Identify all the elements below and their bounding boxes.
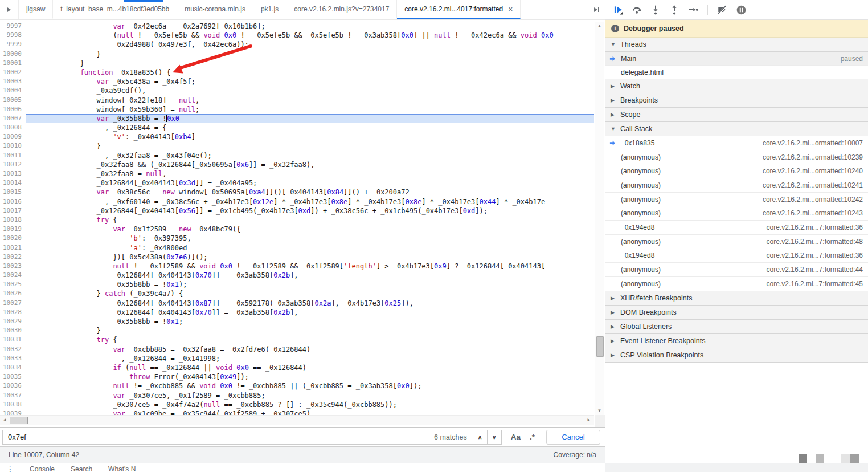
next-match-button[interactable]: ∨ — [488, 430, 502, 445]
line-number[interactable]: 10022 — [0, 253, 26, 262]
call-stack-frame[interactable]: _0x194ed8core.v2.16.2.mi...7:formatted:3… — [605, 249, 868, 263]
line-number[interactable]: 10030 — [0, 326, 26, 335]
tab-t-layout-base-m-4b18cdf3ed05bb[interactable]: t_layout_base_m...4b18cdf3ed05bb — [53, 0, 177, 19]
vertical-scrollbar[interactable]: ▲ ▼ — [595, 22, 604, 415]
regex-toggle[interactable]: .* — [530, 433, 535, 441]
horizontal-scroll-thumb[interactable] — [10, 417, 28, 424]
tab-pk1-js[interactable]: pk1.js — [253, 0, 286, 19]
step-button[interactable] — [687, 4, 699, 15]
drawer-menu-icon[interactable]: ⋮ — [7, 465, 14, 472]
code-line[interactable]: 9997var _0x42ec6a = _0x2a7692[_0x10b1b6]… — [0, 22, 594, 31]
call-stack-frame[interactable]: (anonymous)core.v2.16.2.mi...ormatted:10… — [605, 150, 868, 165]
line-number[interactable]: 10013 — [0, 169, 26, 178]
code-line[interactable]: 10024_0x126844[_0x404143[0x70]] = _0x3ab… — [0, 271, 594, 280]
code-line[interactable]: 10036null != _0xcbb885 && void 0x0 != _0… — [0, 381, 594, 390]
close-tab-icon[interactable]: × — [508, 5, 513, 13]
code-line[interactable]: 10001} — [0, 59, 594, 68]
line-number[interactable]: 10020 — [0, 234, 26, 243]
find-input-wrap[interactable]: 6 matches — [2, 430, 473, 445]
line-number[interactable]: 10008 — [0, 123, 26, 132]
code-line[interactable]: 10023null != _0x1f2589 && void 0x0 != _0… — [0, 262, 594, 271]
line-number[interactable]: 9999 — [0, 40, 26, 49]
section-header-event-listener-breakpoints[interactable]: ▶Event Listener Breakpoints — [605, 334, 868, 348]
line-number[interactable]: 10037 — [0, 391, 26, 400]
code-line[interactable]: 10033, _0x126844 = _0x141998; — [0, 354, 594, 363]
drawer-tab[interactable]: What's N — [108, 465, 136, 472]
drawer-tab[interactable]: Search — [71, 465, 92, 472]
line-number[interactable]: 10032 — [0, 345, 26, 354]
line-number[interactable]: 10018 — [0, 215, 26, 225]
section-header-xhr-fetch-breakpoints[interactable]: ▶XHR/fetch Breakpoints — [605, 291, 868, 306]
code-line[interactable]: 10016, _0xf60140 = _0x38c56c + _0x4b17e3… — [0, 197, 594, 206]
code-line[interactable]: 10018try { — [0, 215, 594, 225]
line-number[interactable]: 10024 — [0, 271, 26, 280]
line-number[interactable]: 10002 — [0, 68, 26, 77]
tab-core-v2-16-2-mi-4017-formatted[interactable]: core.v2.16.2.mi...4017:formatted× — [397, 0, 521, 19]
tab-music-corona-min-js[interactable]: music-corona.min.js — [177, 0, 253, 19]
line-number[interactable]: 10038 — [0, 400, 26, 409]
drawer-tab[interactable]: Console — [30, 465, 55, 472]
step-out-button[interactable] — [669, 4, 680, 15]
deactivate-breakpoints-button[interactable] — [716, 4, 728, 15]
code-line[interactable]: 10000} — [0, 50, 594, 59]
vertical-scroll-thumb[interactable] — [596, 336, 604, 357]
section-header-call-stack[interactable]: ▼Call Stack — [605, 122, 868, 136]
line-number[interactable]: 10021 — [0, 243, 26, 253]
code-line[interactable]: 10013_0x32faa8 = null, — [0, 169, 594, 178]
tab-jigsaw[interactable]: jigsaw — [19, 0, 53, 19]
line-number[interactable]: 10003 — [0, 77, 26, 86]
code-line[interactable]: 10005window[_0x22fe18] = null, — [0, 96, 594, 105]
code-line[interactable]: 10008, _0x126844 = { — [0, 123, 594, 132]
code-line[interactable]: 10031try { — [0, 335, 594, 344]
line-number[interactable]: 10023 — [0, 262, 26, 271]
call-stack-frame[interactable]: (anonymous)core.v2.16.2.mi...ormatted:10… — [605, 164, 868, 178]
line-number[interactable]: 10025 — [0, 280, 26, 289]
line-number[interactable]: 10004 — [0, 86, 26, 95]
show-navigator-button[interactable] — [0, 0, 19, 19]
code-line[interactable]: 10025_0x35b8bb = !0x1); — [0, 280, 594, 289]
call-stack-frame[interactable]: _0x194ed8core.v2.16.2.mi...7:formatted:3… — [605, 221, 868, 235]
line-number[interactable]: 10026 — [0, 289, 26, 298]
line-number[interactable]: 10016 — [0, 197, 26, 206]
line-number[interactable]: 9998 — [0, 31, 26, 40]
code-line[interactable]: 10009'v': _0x404143[0xb4] — [0, 132, 594, 141]
line-number[interactable]: 10015 — [0, 188, 26, 197]
line-number[interactable]: 10012 — [0, 160, 26, 169]
call-stack-frame[interactable]: _0x18a835core.v2.16.2.mi...ormatted:1000… — [605, 136, 868, 150]
scroll-down-button[interactable]: ▼ — [595, 406, 604, 415]
section-header-dom-breakpoints[interactable]: ▶DOM Breakpoints — [605, 306, 868, 320]
step-into-button[interactable] — [650, 4, 661, 15]
code-line[interactable]: 10032var _0xcbb885 = _0x32faa8 = _0x2fd7… — [0, 345, 594, 354]
scroll-right-button[interactable]: ► — [584, 416, 593, 424]
step-over-button[interactable] — [631, 4, 642, 15]
code-line[interactable]: 10003var _0x5c438a = _0x4f5f; — [0, 77, 594, 86]
line-number[interactable]: 10028 — [0, 308, 26, 317]
code-line[interactable]: 10020'b': _0x397395, — [0, 234, 594, 243]
line-number[interactable]: 10006 — [0, 105, 26, 114]
call-stack-frame[interactable]: (anonymous)core.v2.16.2.mi...ormatted:10… — [605, 178, 868, 193]
line-number[interactable]: 10005 — [0, 96, 26, 105]
code-line[interactable]: 10026} catch (_0x39c4a7) { — [0, 289, 594, 298]
code-line[interactable]: 10022})[_0x5c438a(0x7e6)](); — [0, 253, 594, 262]
pause-on-exceptions-button[interactable] — [735, 4, 747, 15]
source-editor[interactable]: 9997var _0x42ec6a = _0x2a7692[_0x10b1b6]… — [0, 20, 605, 427]
code-line[interactable]: 10004_0xa59cdf(), — [0, 86, 594, 95]
find-input[interactable] — [3, 433, 434, 441]
cancel-button[interactable]: Cancel — [546, 430, 600, 445]
line-number[interactable]: 10031 — [0, 335, 26, 344]
code-line[interactable]: 9998(null != _0x5efe5b && void 0x0 != _0… — [0, 31, 594, 40]
code-line[interactable]: 10019var _0x1f2589 = new _0x48bc79({ — [0, 225, 594, 234]
line-number[interactable]: 10007 — [0, 114, 26, 123]
resume-script-execution-button[interactable] — [612, 4, 624, 15]
section-header-csp-violation-breakpoints[interactable]: ▶CSP Violation Breakpoints — [605, 348, 868, 363]
call-stack-frame[interactable]: (anonymous)core.v2.16.2.mi...7:formatted… — [605, 263, 868, 277]
code-line[interactable]: 10015var _0x38c56c = new window[_0x50695… — [0, 188, 594, 197]
code-line[interactable]: 10007var _0x35b8bb = !0x0 — [0, 114, 594, 123]
code-line[interactable]: 10006window[_0x59b360] = null; — [0, 105, 594, 114]
line-number[interactable]: 10029 — [0, 317, 26, 326]
code-line[interactable]: 10034if (null == _0x126844 || void 0x0 =… — [0, 363, 594, 372]
scroll-left-button[interactable]: ◄ — [0, 416, 9, 424]
previous-match-button[interactable]: ∧ — [473, 430, 488, 445]
line-number[interactable]: 10019 — [0, 225, 26, 234]
thread-row[interactable]: Mainpaused — [605, 52, 868, 66]
